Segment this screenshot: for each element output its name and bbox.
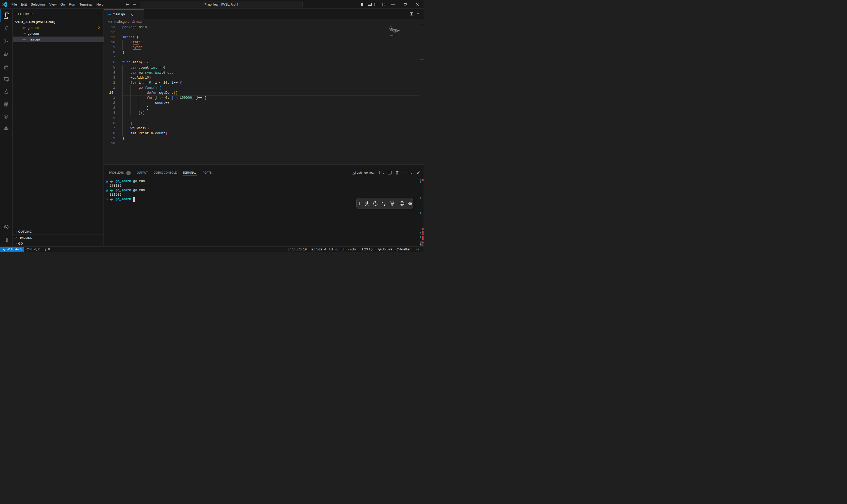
svg-text:GO: GO (109, 21, 112, 22)
svg-text:GO: GO (108, 14, 111, 16)
svg-text:GO: GO (23, 38, 26, 40)
svg-text:GO: GO (23, 33, 26, 34)
svg-text:GO: GO (23, 27, 26, 29)
